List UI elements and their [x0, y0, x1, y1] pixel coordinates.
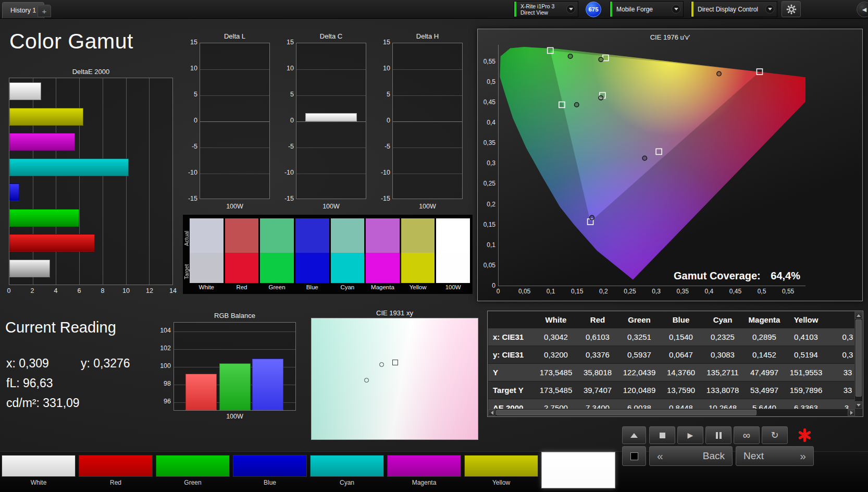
horizontal-scroll-thumb[interactable] [496, 410, 757, 415]
cell: 39,7407 [577, 381, 618, 399]
blackout-button[interactable] [622, 446, 646, 466]
bar-100w [305, 113, 356, 121]
back-button[interactable]: « Back [649, 446, 733, 466]
gamut-coverage-label: Gamut Coverage: 64,4% [674, 270, 800, 282]
meter-dropdown-label: X-Rite i1Pro 3 Direct View [516, 3, 566, 16]
gridline [200, 121, 269, 122]
tick-label: 10 [280, 65, 294, 72]
pause-icon [716, 432, 722, 439]
patch-label: 100W [436, 284, 470, 291]
tick-label: 0,55 [479, 58, 495, 65]
display-control-dropdown[interactable]: Direct Display Control [691, 1, 777, 17]
circle-marker [364, 378, 369, 383]
table-horizontal-scrollbar[interactable] [488, 409, 855, 416]
target-swatch [436, 253, 470, 283]
up-arrow-icon [857, 314, 861, 317]
patch-button-blue[interactable] [233, 455, 307, 477]
delta-l-xlabel: 100W [200, 203, 270, 210]
next-button[interactable]: Next » [736, 446, 814, 466]
chevron-down-icon[interactable] [672, 5, 680, 14]
reading-cdm2: cd/m²: 331,09 [6, 396, 80, 410]
cell: 3, [827, 399, 855, 409]
gridline [393, 174, 462, 174]
target-row-label: Target [183, 255, 190, 288]
tick-label: 4 [50, 287, 61, 294]
scroll-up-button[interactable] [855, 312, 862, 319]
target-swatch [260, 253, 294, 283]
cell: 0,8448 [660, 399, 702, 409]
chevron-down-icon[interactable] [566, 5, 575, 14]
tick-label: -15 [280, 195, 294, 202]
delta-c-yticks: 151050-5-10-15 [280, 32, 294, 210]
gridline [393, 147, 462, 148]
deltae2000-plot [9, 78, 173, 285]
target-swatch [190, 253, 224, 283]
patch-label: Cyan [331, 284, 365, 291]
scroll-left-button[interactable] [488, 409, 495, 416]
bar-red [185, 374, 217, 410]
patch-button-yellow[interactable] [464, 455, 538, 477]
actual-swatch [225, 218, 259, 253]
scroll-up-button[interactable] [622, 426, 646, 444]
actual-swatch [366, 218, 400, 253]
measured-point-cyan [575, 103, 579, 107]
scroll-down-button[interactable] [855, 401, 862, 409]
tick-label: 102 [156, 345, 171, 352]
patch-button-red[interactable] [79, 455, 153, 477]
tick-label: 0,35 [674, 288, 691, 295]
cell: 0,5194 [785, 346, 827, 363]
patch-label: Red [79, 479, 153, 486]
column-header: Yellow [785, 312, 827, 328]
delta-c-xlabel: 100W [296, 203, 366, 210]
patch-button-magenta[interactable] [387, 455, 461, 477]
patch-column-magenta: Magenta [366, 218, 400, 291]
tick-label: 6 [73, 287, 85, 294]
stop-button[interactable] [649, 426, 675, 444]
gamut-coverage-value: 64,4% [771, 270, 800, 281]
repeat-button[interactable] [762, 426, 788, 444]
patch-label: Yellow [401, 284, 435, 291]
cell: 122,0439 [618, 363, 660, 381]
cell: 0,4103 [785, 328, 827, 346]
cell: 0,1540 [660, 328, 702, 346]
pause-button[interactable] [705, 426, 731, 444]
play-button[interactable] [677, 426, 703, 444]
actual-swatch [331, 218, 365, 253]
tick-label: 0 [3, 287, 15, 294]
cie1931-title: CIE 1931 xy [311, 309, 478, 317]
meter-dropdown[interactable]: X-Rite i1Pro 3 Direct View [514, 1, 578, 17]
alert-asterisk-button[interactable] [793, 425, 816, 445]
patch-button-white[interactable] [2, 455, 76, 477]
vertical-scroll-thumb[interactable] [855, 319, 862, 397]
rgb-balance-chart: RGB Balance 1041021009896 100W [156, 312, 297, 424]
gridline [393, 95, 462, 96]
patch-column-cyan: Cyan [331, 218, 365, 291]
rgb-balance-yticks: 1041021009896 [156, 312, 171, 421]
bar-red [9, 234, 95, 252]
patch-button-100w[interactable] [541, 452, 615, 488]
source-dropdown[interactable]: Mobile Forge [610, 1, 684, 17]
patch-button-cyan[interactable] [310, 455, 384, 477]
cie1976-yticks: 0,550,50,450,40,350,30,250,20,150,10,050 [479, 29, 497, 290]
add-tab-button[interactable]: + [38, 5, 51, 17]
chevron-down-icon[interactable] [765, 5, 774, 14]
bar-cyan [9, 158, 129, 176]
cell: 33 [827, 381, 855, 399]
results-table-panel: WhiteRedGreenBlueCyanMagentaYellowx: CIE… [487, 311, 863, 417]
gridline [149, 78, 150, 285]
delta-h-yticks: 151050-5-10-15 [377, 32, 390, 210]
continuous-measure-button[interactable] [734, 426, 760, 444]
patch-button-green[interactable] [156, 455, 230, 477]
cie1931-panel: CIE 1931 xy [311, 309, 478, 440]
square-marker [392, 360, 398, 365]
settings-button[interactable] [782, 1, 801, 17]
cell: 0,3200 [535, 346, 577, 363]
gridline [200, 147, 269, 148]
collapse-panel-button[interactable]: ◀ [857, 2, 868, 17]
scroll-right-button[interactable] [848, 409, 855, 416]
tick-label: 15 [184, 39, 197, 46]
column-header: Red [577, 312, 618, 328]
right-arrow-icon [850, 411, 853, 415]
tick-label: 0,4 [479, 119, 495, 126]
table-vertical-scrollbar[interactable] [854, 312, 862, 409]
